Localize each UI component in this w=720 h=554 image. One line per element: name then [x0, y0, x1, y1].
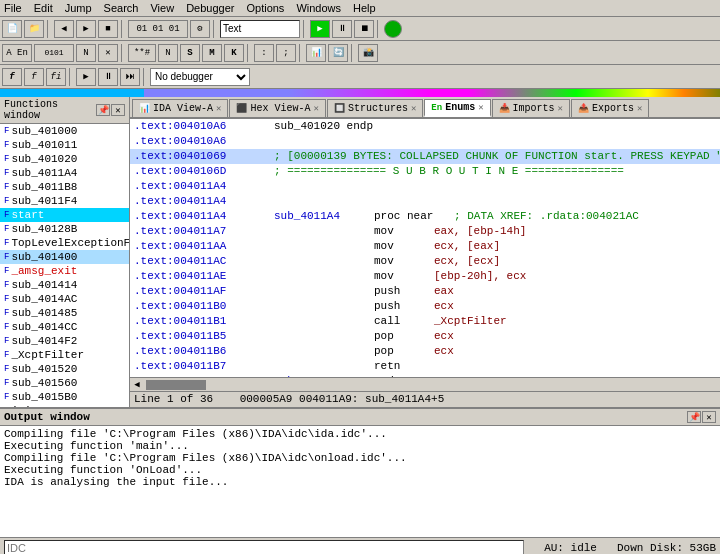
code-scroll-container: .text:004010A6 sub_401020 endp.text:0040… [130, 119, 720, 377]
tab-export-close[interactable]: ✕ [637, 103, 642, 114]
tab-exports[interactable]: 📤 Exports ✕ [571, 99, 649, 117]
function-item[interactable]: Fsub_4015B0 [0, 390, 129, 404]
hscroll-left-btn[interactable]: ◀ [130, 379, 144, 390]
func-icon: F [4, 322, 9, 332]
graph-btn[interactable]: 📊 [306, 44, 326, 62]
func-name: sub_4014F2 [11, 335, 77, 347]
menu-options[interactable]: Options [246, 2, 284, 14]
functions-close-btn[interactable]: ✕ [111, 104, 125, 116]
code-content[interactable]: .text:004010A6 sub_401020 endp.text:0040… [130, 119, 720, 377]
tabs-bar: 📊 IDA View-A ✕ ⬛ Hex View-A ✕ 🔲 Structur… [130, 97, 720, 119]
func-icon: F [4, 126, 9, 136]
func-name: sub_401000 [11, 125, 77, 137]
tab-structures[interactable]: 🔲 Structures ✕ [327, 99, 423, 117]
output-pin-btn[interactable]: 📌 [687, 411, 701, 423]
code-addr: .text:004010A6 [134, 134, 274, 149]
disasm-btn[interactable]: ⚙ [190, 20, 210, 38]
code-btn[interactable]: A En [2, 44, 32, 62]
fi-btn[interactable]: f [24, 68, 44, 86]
sep3 [213, 20, 217, 38]
semicolon-btn[interactable]: ; [276, 44, 296, 62]
menu-debugger[interactable]: Debugger [186, 2, 234, 14]
function-item[interactable]: Fsub_401485 [0, 306, 129, 320]
search-input[interactable] [220, 20, 300, 38]
menu-help[interactable]: Help [353, 2, 376, 14]
function-item[interactable]: Fsub_401000 [0, 124, 129, 138]
stop2-btn[interactable]: ⏹ [354, 20, 374, 38]
xref-btn[interactable]: **# [128, 44, 156, 62]
tab-enum-close[interactable]: ✕ [478, 102, 483, 113]
function-item[interactable]: FTopLevelExceptionFilter [0, 236, 129, 250]
K-btn[interactable]: K [224, 44, 244, 62]
play-btn[interactable]: ▶ [310, 20, 330, 38]
code-instr: push [374, 299, 434, 314]
function-item[interactable]: Fsub_4011B8 [0, 180, 129, 194]
function-item[interactable]: Fsub_401020 [0, 152, 129, 166]
function-item[interactable]: Fsub_401011 [0, 138, 129, 152]
tab-enums[interactable]: En Enums ✕ [424, 99, 490, 117]
function-item[interactable]: Fsub_401520 [0, 362, 129, 376]
new-btn[interactable]: 📄 [2, 20, 22, 38]
function-item[interactable]: Fstart [0, 208, 129, 222]
tab-hex-view-a[interactable]: ⬛ Hex View-A ✕ [229, 99, 325, 117]
toolbar-3: f f fi ▶ ⏸ ⏭ No debugger [0, 65, 720, 89]
stop-btn[interactable]: ■ [98, 20, 118, 38]
pause2-btn[interactable]: ⏸ [98, 68, 118, 86]
snap-btn[interactable]: 📸 [358, 44, 378, 62]
menu-edit[interactable]: Edit [34, 2, 53, 14]
close-view-btn[interactable]: ✕ [98, 44, 118, 62]
data-btn[interactable]: 0101 [34, 44, 74, 62]
function-item[interactable]: Fsub_4011F4 [0, 194, 129, 208]
output-title: Output window [4, 411, 90, 423]
func-icon: F [4, 182, 9, 192]
open-btn[interactable]: 📁 [24, 20, 44, 38]
tab-import-close[interactable]: ✕ [558, 103, 563, 114]
step-btn[interactable]: ⏭ [120, 68, 140, 86]
back-btn[interactable]: ◀ [54, 20, 74, 38]
functions-pin-btn[interactable]: 📌 [96, 104, 110, 116]
debugger-select[interactable]: No debugger [150, 68, 250, 86]
forward-btn[interactable]: ▶ [76, 20, 96, 38]
function-item[interactable]: Fsub_4014F2 [0, 334, 129, 348]
f-btn[interactable]: f [2, 68, 22, 86]
function-item[interactable]: Finitterm [0, 404, 129, 407]
tab-hex-close[interactable]: ✕ [313, 103, 318, 114]
menu-file[interactable]: File [4, 2, 22, 14]
function-item[interactable]: Fsub_4011A4 [0, 166, 129, 180]
pause-btn[interactable]: ⏸ [332, 20, 352, 38]
function-item[interactable]: Fsub_401400 [0, 250, 129, 264]
menu-windows[interactable]: Windows [296, 2, 341, 14]
function-item[interactable]: Fsub_401414 [0, 278, 129, 292]
tab-ida-view-a[interactable]: 📊 IDA View-A ✕ [132, 99, 228, 117]
function-item[interactable]: Fsub_40128B [0, 222, 129, 236]
refresh-btn[interactable]: 🔄 [328, 44, 348, 62]
name-btn[interactable]: N [158, 44, 178, 62]
output-close-btn[interactable]: ✕ [702, 411, 716, 423]
idc-input[interactable] [4, 540, 524, 555]
undef-btn[interactable]: N [76, 44, 96, 62]
hscroll-thumb[interactable] [146, 380, 206, 390]
tab-struct-close[interactable]: ✕ [411, 103, 416, 114]
func-name: _XcptFilter [11, 349, 84, 361]
menu-search[interactable]: Search [104, 2, 139, 14]
hex-btn[interactable]: 01 01 01 [128, 20, 188, 38]
play2-btn[interactable]: ▶ [76, 68, 96, 86]
func-name: start [11, 209, 44, 221]
colon-btn[interactable]: : [254, 44, 274, 62]
tab-ida-close[interactable]: ✕ [216, 103, 221, 114]
function-item[interactable]: F_XcptFilter [0, 348, 129, 362]
S-btn[interactable]: S [180, 44, 200, 62]
code-addr: .text:004011AE [134, 269, 274, 284]
fii-btn[interactable]: fi [46, 68, 66, 86]
function-item[interactable]: Fsub_4014CC [0, 320, 129, 334]
function-item[interactable]: Fsub_4014AC [0, 292, 129, 306]
menu-view[interactable]: View [150, 2, 174, 14]
analyze-btn[interactable] [384, 20, 402, 38]
tab-imports[interactable]: 📥 Imports ✕ [492, 99, 570, 117]
M-btn[interactable]: M [202, 44, 222, 62]
menu-jump[interactable]: Jump [65, 2, 92, 14]
function-item[interactable]: F_amsg_exit [0, 264, 129, 278]
code-instr-pad [274, 224, 374, 239]
code-line: .text:004011AE mov[ebp-20h], ecx [130, 269, 720, 284]
function-item[interactable]: Fsub_401560 [0, 376, 129, 390]
